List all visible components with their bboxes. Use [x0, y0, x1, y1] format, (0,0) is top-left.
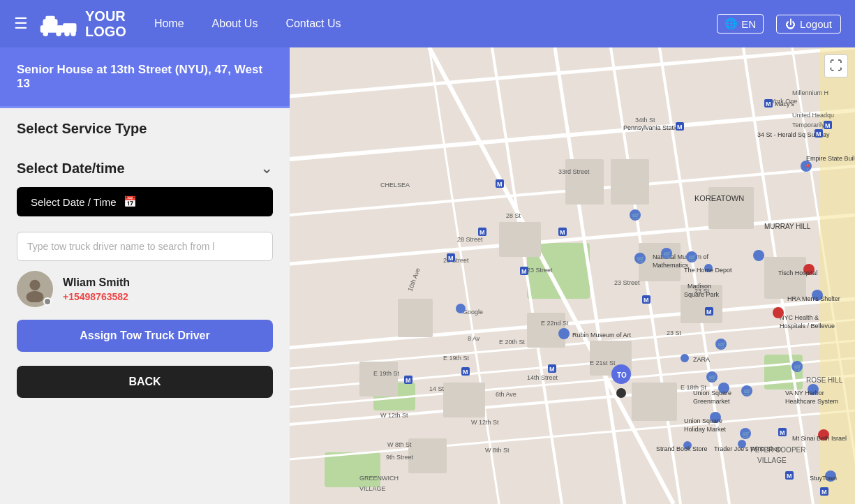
- svg-point-5: [70, 31, 76, 37]
- svg-point-9: [27, 291, 44, 302]
- logo-text: YOUR LOGO: [85, 8, 126, 39]
- svg-point-131: [456, 304, 466, 313]
- svg-text:York One: York One: [771, 98, 797, 105]
- driver-name: Wliam Smith: [63, 276, 130, 289]
- logo: YOUR LOGO: [38, 8, 126, 39]
- driver-search-input[interactable]: [17, 232, 273, 261]
- svg-text:Google: Google: [463, 309, 483, 316]
- svg-text:M: M: [448, 255, 454, 262]
- svg-text:CHELSEA: CHELSEA: [380, 181, 410, 188]
- driver-card: Wliam Smith +15498763582: [17, 271, 273, 307]
- svg-text:Tisch Hospital: Tisch Hospital: [778, 269, 817, 276]
- nav-link-home[interactable]: Home: [154, 17, 184, 30]
- logout-button[interactable]: ⏻ Logout: [776, 15, 841, 34]
- svg-text:🛒: 🛒: [708, 373, 718, 383]
- svg-rect-36: [398, 299, 433, 337]
- date-btn-label: Select Date / Time: [31, 196, 117, 208]
- nav-link-about[interactable]: About Us: [212, 17, 258, 30]
- svg-rect-41: [443, 383, 485, 417]
- svg-rect-45: [408, 438, 447, 473]
- lang-label: EN: [741, 18, 756, 30]
- chevron-down-icon[interactable]: ⌄: [260, 159, 273, 177]
- svg-text:Union Square: Union Square: [684, 417, 722, 424]
- svg-text:🛒: 🛒: [718, 341, 727, 350]
- svg-text:M: M: [821, 489, 827, 496]
- svg-text:Millennium H: Millennium H: [792, 89, 828, 96]
- svg-text:6th Ave: 6th Ave: [496, 391, 516, 398]
- svg-text:W 8th St: W 8th St: [485, 447, 510, 454]
- svg-text:8 Av: 8 Av: [468, 335, 480, 342]
- driver-info: Wliam Smith +15498763582: [63, 276, 130, 302]
- svg-text:34th St: 34th St: [635, 117, 655, 124]
- svg-rect-3: [63, 23, 77, 33]
- svg-text:VILLAGE: VILLAGE: [359, 485, 386, 492]
- svg-point-1: [43, 31, 49, 37]
- date-time-button[interactable]: Select Date / Time 📅: [17, 187, 273, 216]
- svg-text:M: M: [825, 122, 831, 129]
- svg-text:StuyTown: StuyTown: [810, 475, 837, 482]
- svg-text:TO: TO: [617, 371, 627, 379]
- svg-rect-0: [40, 25, 64, 33]
- svg-text:M: M: [706, 309, 712, 316]
- svg-text:The Home Depot: The Home Depot: [684, 267, 732, 274]
- svg-text:KOREATOWN: KOREATOWN: [694, 194, 744, 202]
- svg-point-92: [753, 250, 764, 261]
- svg-text:M: M: [479, 229, 485, 236]
- svg-text:M: M: [549, 366, 555, 373]
- datetime-title: Select Date/time: [17, 161, 125, 177]
- svg-text:🛒: 🛒: [742, 430, 751, 439]
- driver-status-dot: [43, 297, 52, 306]
- hamburger-icon[interactable]: ☰: [14, 15, 28, 33]
- svg-text:33rd Street: 33rd Street: [558, 168, 590, 175]
- service-type-title: Select Service Type: [17, 121, 273, 137]
- svg-text:VILLAGE: VILLAGE: [757, 457, 787, 464]
- svg-text:M: M: [677, 124, 683, 131]
- svg-text:🛒: 🛒: [743, 387, 752, 396]
- svg-point-184: [616, 388, 626, 398]
- nav-link-contact[interactable]: Contact Us: [285, 17, 341, 30]
- svg-text:14 St: 14 St: [429, 385, 445, 392]
- navbar: ☰ YOUR LOGO Home About Us Contact Us 🌐 E…: [0, 0, 855, 47]
- svg-text:Mt Sinai Beth Israel: Mt Sinai Beth Israel: [792, 435, 847, 442]
- svg-text:🛒: 🛒: [794, 363, 803, 372]
- svg-text:23 Street: 23 Street: [614, 279, 640, 286]
- location-banner: Senior House at 13th Street (NYU), 47, W…: [0, 47, 290, 108]
- svg-text:M: M: [816, 131, 821, 138]
- service-type-section: Select Service Type: [0, 108, 290, 148]
- svg-text:🛒: 🛒: [632, 212, 641, 221]
- svg-text:Trader Joe's Wine Shop: Trader Joe's Wine Shop: [714, 445, 781, 452]
- svg-text:Healthcare System: Healthcare System: [785, 398, 838, 405]
- back-button[interactable]: BACK: [17, 366, 273, 398]
- power-icon: ⏻: [785, 18, 796, 30]
- svg-text:Mathematics: Mathematics: [653, 262, 689, 269]
- svg-point-4: [64, 31, 70, 37]
- svg-text:United Headqu: United Headqu: [792, 112, 834, 119]
- svg-text:M: M: [463, 369, 468, 376]
- svg-text:M: M: [644, 297, 649, 304]
- svg-text:E 20th St: E 20th St: [499, 339, 526, 346]
- svg-point-97: [558, 328, 570, 339]
- svg-text:23 St: 23 St: [667, 329, 682, 336]
- assign-driver-button[interactable]: Assign Tow Truck Driver: [17, 320, 273, 352]
- svg-text:MURRAY HILL: MURRAY HILL: [764, 223, 811, 230]
- svg-point-99: [681, 354, 689, 362]
- svg-text:Temporarily: Temporarily: [792, 121, 825, 128]
- language-selector[interactable]: 🌐 EN: [717, 14, 764, 34]
- svg-rect-40: [359, 362, 398, 396]
- nav-links: Home About Us Contact Us: [154, 17, 717, 30]
- svg-rect-14: [325, 452, 380, 487]
- svg-text:M: M: [560, 229, 565, 236]
- svg-text:W 12th St: W 12th St: [380, 412, 408, 419]
- svg-point-2: [56, 31, 61, 37]
- svg-text:M: M: [766, 101, 771, 108]
- svg-text:GREENWICH: GREENWICH: [359, 475, 399, 482]
- svg-text:Pennsylvania Station: Pennsylvania Station: [623, 124, 682, 131]
- svg-text:W 12th St: W 12th St: [471, 419, 499, 426]
- map-area: KOREATOWN MURRAY HILL CHELSEA GREENWICH …: [290, 47, 855, 504]
- svg-text:M: M: [406, 377, 411, 384]
- svg-text:M: M: [780, 429, 785, 436]
- svg-text:M: M: [787, 473, 792, 480]
- main-content: Senior House at 13th Street (NYU), 47, W…: [0, 47, 855, 504]
- map-expand-button[interactable]: ⛶: [824, 54, 848, 77]
- svg-point-120: [773, 307, 784, 318]
